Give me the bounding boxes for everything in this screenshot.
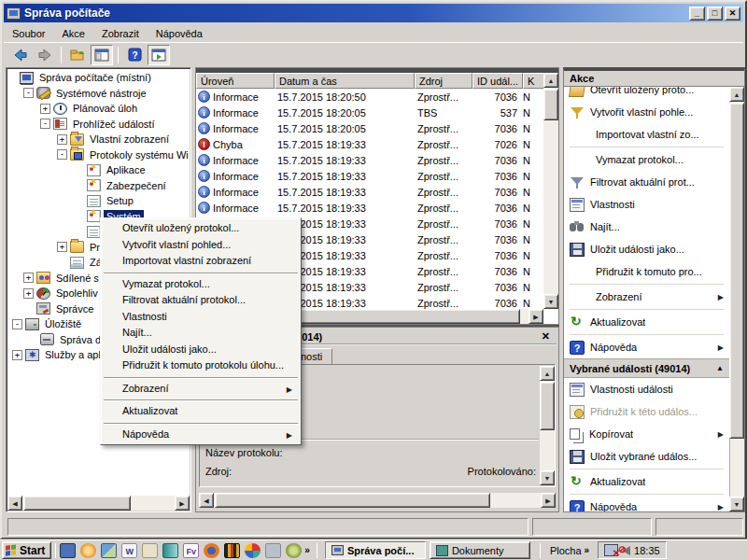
action-attach-task-to-log[interactable]: Přidružit k tomuto pro... — [564, 260, 729, 283]
task-button-sprava-pocitace[interactable]: Správa počí... — [325, 541, 426, 559]
action-clear-log[interactable]: Vymazat protokol... — [564, 148, 729, 171]
scroll-up-button[interactable] — [540, 366, 555, 381]
column-header-zdroj[interactable]: Zdroj — [415, 73, 472, 89]
green-app-icon[interactable] — [286, 543, 302, 558]
tree-item-sprava-pocitace[interactable]: Správa počítače (místní) — [8, 70, 189, 86]
menu-item-find[interactable]: Najít... — [102, 325, 300, 342]
action-find[interactable]: Najít... — [564, 216, 729, 238]
action-save-selected-events[interactable]: Uložit vybrané událos... — [564, 445, 729, 468]
agenda-icon[interactable] — [80, 543, 96, 558]
expand-box-icon[interactable]: + — [23, 288, 34, 299]
menu-soubor[interactable]: Soubor — [4, 26, 53, 41]
scroll-up-button[interactable] — [729, 87, 744, 102]
event-list-vertical-scrollbar[interactable] — [543, 73, 558, 309]
action-help-selected-submenu[interactable]: Nápověda — [564, 496, 729, 511]
action-save-events-as[interactable]: Uložit události jako... — [564, 238, 729, 260]
scroll-down-button[interactable] — [729, 497, 744, 511]
preview-horizontal-scrollbar[interactable] — [199, 493, 556, 508]
close-button[interactable]: ✕ — [725, 7, 740, 21]
start-button[interactable]: Start — [2, 541, 51, 559]
open-folder-button[interactable] — [66, 45, 89, 65]
volume-muted-icon[interactable] — [622, 546, 630, 555]
expand-box-icon[interactable]: + — [57, 134, 67, 145]
column-header-datum[interactable]: Datum a čas — [275, 73, 415, 89]
word-icon[interactable]: W — [121, 543, 137, 558]
display-icon[interactable] — [60, 543, 76, 558]
menu-item-view-submenu[interactable]: Zobrazení — [102, 381, 300, 398]
action-properties[interactable]: Vlastnosti — [564, 193, 729, 216]
scroll-up-button[interactable] — [543, 73, 558, 88]
expand-box-icon[interactable]: + — [12, 350, 22, 360]
action-help-submenu[interactable]: Nápověda — [564, 336, 729, 358]
back-button[interactable] — [9, 45, 32, 65]
menu-item-refresh[interactable]: Aktualizovat — [102, 403, 300, 420]
network-disconnected-icon[interactable] — [604, 544, 618, 556]
menu-item-filter-current-log[interactable]: Filtrovat aktuální protokol... — [102, 292, 300, 309]
menu-item-save-events-as[interactable]: Uložit události jako... — [102, 342, 300, 358]
help-button[interactable]: ? — [123, 45, 146, 65]
scroll-thumb[interactable] — [729, 103, 744, 439]
event-row[interactable]: iInformace15.7.2015 18:19:33Zprostř...70… — [196, 200, 543, 216]
scroll-left-button[interactable] — [7, 496, 22, 511]
action-filter-current-log[interactable]: Filtrovat aktuální prot... — [564, 171, 729, 193]
action-pane-toggle[interactable] — [148, 45, 170, 65]
scroll-thumb[interactable] — [23, 496, 131, 511]
menu-item-attach-task[interactable]: Přidružit k tomuto protokolu úlohu... — [102, 357, 300, 374]
quicklaunch-overflow-chevron[interactable]: » — [302, 545, 313, 555]
collapse-box-icon[interactable]: - — [12, 319, 22, 329]
menu-item-help-submenu[interactable]: Nápověda — [102, 427, 300, 443]
action-copy-submenu[interactable]: Kopírovat — [564, 423, 729, 445]
action-refresh[interactable]: Aktualizovat — [564, 311, 729, 333]
column-header-kategorie[interactable]: K — [523, 73, 545, 89]
expand-box-icon[interactable]: + — [40, 104, 50, 114]
expand-box-icon[interactable]: + — [23, 273, 34, 283]
collapse-box-icon[interactable]: - — [57, 149, 67, 160]
tree-item-setup[interactable]: Setup — [8, 193, 189, 209]
action-event-properties[interactable]: Vlastnosti události — [564, 378, 729, 400]
console-tree-toggle[interactable] — [91, 45, 113, 65]
image-viewer-icon[interactable] — [101, 543, 117, 558]
column-header-id[interactable]: ID udál... — [472, 73, 523, 89]
menu-item-properties[interactable]: Vlastnosti — [102, 309, 300, 326]
maximize-button[interactable]: □ — [707, 7, 723, 21]
event-row[interactable]: iInformace15.7.2015 18:20:50Zprostř...70… — [196, 89, 543, 105]
tree-item-protokoly-systemu[interactable]: -Protokoly systému Wir — [8, 147, 189, 163]
tree-item-prohlizec-udalosti[interactable]: -Prohlížeč událostí — [8, 117, 189, 133]
scroll-right-button[interactable] — [529, 309, 543, 324]
action-view-submenu[interactable]: Zobrazení — [564, 286, 729, 308]
task-button-dokumenty[interactable]: Dokumenty — [430, 541, 530, 559]
collapse-box-icon[interactable]: - — [23, 88, 34, 98]
desktop-toolbar-chevron[interactable]: » — [582, 545, 593, 555]
menu-item-clear-log[interactable]: Vymazat protokol... — [102, 276, 300, 293]
menu-item-import-custom-view[interactable]: Importovat vlastní zobrazení — [102, 253, 300, 270]
event-row[interactable]: iInformace15.7.2015 18:20:05TBS537N — [196, 105, 543, 120]
menu-zobrazit[interactable]: Zobrazit — [93, 26, 148, 41]
event-row[interactable]: iInformace15.7.2015 18:19:33Zprostř...70… — [196, 152, 543, 168]
freevideo-icon[interactable]: Fv — [183, 543, 199, 558]
tree-item-zabezpeceni[interactable]: Zabezpečení — [8, 178, 189, 194]
menu-akce[interactable]: Akce — [53, 26, 92, 41]
tree-horizontal-scrollbar[interactable] — [7, 496, 190, 511]
minimize-button[interactable]: _ — [689, 7, 705, 21]
action-import-custom-view[interactable]: Importovat vlastní zo... — [564, 123, 729, 146]
tree-item-systemove-nastroje[interactable]: -Systémové nástroje — [8, 86, 189, 102]
menu-item-create-custom-view[interactable]: Vytvořit vlastní pohled... — [102, 237, 300, 254]
forward-button[interactable] — [34, 45, 56, 65]
tree-item-planovac-uloh[interactable]: +Plánovač úloh — [8, 101, 189, 117]
collapse-section-icon[interactable]: ▲ — [716, 364, 724, 372]
scroll-left-button[interactable] — [199, 493, 214, 508]
tree-item-vlastni-zobrazeni[interactable]: +Vlastní zobrazení — [8, 132, 189, 147]
scroll-down-button[interactable] — [540, 470, 555, 485]
media-player-icon[interactable] — [224, 543, 240, 558]
action-open-saved-log[interactable]: Otevřít uložený proto... — [564, 87, 729, 101]
column-header-uroven[interactable]: Úroveň — [196, 73, 275, 89]
action-refresh-selected[interactable]: Aktualizovat — [564, 470, 729, 493]
event-row[interactable]: iInformace15.7.2015 18:19:33Zprostř...70… — [196, 184, 543, 200]
event-row[interactable]: !Chyba15.7.2015 18:19:33Zprostř...7026N — [196, 136, 543, 152]
scroll-thumb[interactable] — [543, 89, 558, 120]
scroll-thumb[interactable] — [215, 493, 490, 508]
taskbar-clock[interactable]: 18:35 — [634, 545, 660, 556]
scroll-thumb[interactable] — [540, 382, 555, 430]
firefox-icon[interactable] — [204, 543, 219, 558]
menu-item-open-saved-log[interactable]: Otevřít uložený protokol... — [102, 220, 300, 237]
